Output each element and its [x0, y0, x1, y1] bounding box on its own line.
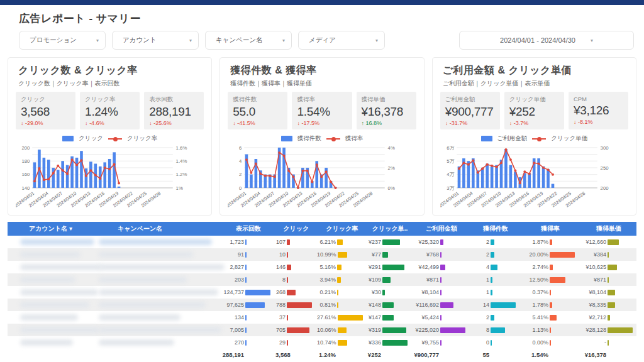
- cell-conversions: 2: [470, 314, 521, 321]
- svg-text:4万: 4万: [447, 172, 454, 178]
- column-header-conversions[interactable]: 獲得件数: [470, 224, 521, 233]
- page-title: 広告レポート - サマリー: [19, 11, 644, 26]
- filter-media[interactable]: メディア ▾: [298, 31, 385, 50]
- table-row: 911010.99%¥77¥768220.00%¥384: [8, 248, 636, 261]
- column-header-clicks[interactable]: クリック: [275, 224, 317, 233]
- filter-promotion[interactable]: プロモーション ▾: [19, 31, 106, 50]
- date-range-picker[interactable]: 2024/04/01 - 2024/04/30 ▾: [459, 31, 634, 50]
- cell-impressions: 1,723: [221, 239, 275, 245]
- data-bar: [440, 252, 441, 258]
- data-bar: [491, 265, 497, 270]
- cell-cpa: ¥871: [580, 277, 638, 283]
- data-bar: [491, 252, 494, 258]
- column-header-account[interactable]: アカウント名 ▾: [8, 224, 92, 233]
- cell-conversions: 1: [470, 277, 521, 283]
- data-bar: [287, 340, 288, 346]
- table-row: 1343727.61%¥147¥5,42425.41%¥2,712: [8, 311, 636, 324]
- conversions-chart[interactable]: 64204%2%0%2024/04/012024/04/042024/04/07…: [228, 144, 416, 220]
- account-name-redacted: [20, 314, 78, 321]
- data-bar: [550, 340, 551, 346]
- arrow-down-icon: ↓: [574, 119, 577, 125]
- data-bar: [491, 277, 492, 283]
- account-name-redacted: [20, 264, 102, 270]
- data-bar: [287, 252, 288, 258]
- account-name-redacted: [20, 339, 73, 346]
- cell-cpc: ¥30: [367, 289, 413, 295]
- filter-promotion-label: プロモーション: [30, 36, 77, 45]
- cell-ctr: 0.81%: [317, 302, 367, 308]
- line-swatch-icon: [532, 136, 546, 141]
- card-clicks: クリック数 & クリック率 クリック数｜クリック率｜表示回数 クリック 3,56…: [8, 57, 212, 216]
- kpi-cvr: 獲得率 1.54% ↓ -17.5%: [292, 92, 352, 129]
- data-bar: [491, 315, 494, 321]
- column-header-impressions[interactable]: 表示回数: [221, 224, 275, 233]
- data-bar: [337, 265, 341, 270]
- cell-ctr: 0.21%: [317, 289, 367, 295]
- campaign-name-redacted: [99, 264, 225, 270]
- cell-conversions: 14: [470, 302, 521, 308]
- cell-clicks: 37: [275, 314, 317, 321]
- data-bar: [287, 239, 290, 245]
- svg-text:6: 6: [239, 145, 242, 151]
- arrow-down-icon: ↓: [149, 120, 152, 126]
- cell-cvr: 5.41%: [521, 314, 580, 321]
- data-bar: [337, 239, 343, 245]
- column-header-cpa[interactable]: 獲得単価: [580, 224, 638, 233]
- chevron-down-icon: ▾: [189, 38, 192, 43]
- cell-clicks: 10: [275, 251, 317, 258]
- svg-text:4: 4: [239, 158, 242, 164]
- data-bar: [382, 239, 400, 245]
- cell-cpa: ¥8,104: [580, 289, 638, 295]
- data-bar: [382, 302, 394, 308]
- data-bar: [245, 327, 247, 333]
- filter-account[interactable]: アカウント ▾: [112, 31, 199, 50]
- kpi-cards-row: クリック数 & クリック率 クリック数｜クリック率｜表示回数 クリック 3,56…: [8, 57, 636, 216]
- column-header-cpc[interactable]: クリック単..: [367, 224, 413, 233]
- campaign-name-redacted: [99, 251, 193, 258]
- svg-text:200: 200: [600, 185, 609, 191]
- data-bar: [550, 302, 552, 308]
- chevron-down-icon: ▾: [591, 38, 593, 43]
- bar-swatch-icon: [481, 136, 492, 141]
- chart-legend: 獲得件数 獲得率: [228, 134, 416, 143]
- data-bar: [382, 290, 385, 295]
- campaign-name-redacted: [99, 289, 218, 295]
- kpi-clicks: クリック 3,568 ↓ -29.0%: [16, 92, 75, 129]
- svg-text:3万: 3万: [447, 185, 454, 191]
- date-range-value: 2024/04/01 - 2024/04/30: [500, 36, 575, 44]
- cell-ctr: 5.16%: [317, 264, 367, 270]
- filter-media-label: メディア: [309, 36, 336, 45]
- account-name-redacted: [20, 327, 99, 333]
- data-bar: [550, 265, 553, 270]
- chevron-down-icon: ▾: [96, 38, 99, 43]
- cell-cpc: ¥237: [367, 239, 413, 245]
- data-bar: [550, 327, 551, 333]
- cell-cpc: ¥147: [367, 314, 413, 321]
- cost-chart[interactable]: 6万5万4万3万3002502002024/04/012024/04/04202…: [440, 144, 628, 220]
- column-header-cvr[interactable]: 獲得率: [521, 224, 580, 233]
- cell-cpc: ¥109: [367, 277, 413, 283]
- cell-cpa: ¥8,335: [580, 302, 638, 308]
- cell-clicks: 705: [275, 327, 317, 333]
- column-header-campaign[interactable]: キャンペーン名: [92, 224, 221, 233]
- cell-ctr: 6.21%: [317, 239, 367, 245]
- data-bar: [491, 340, 492, 346]
- data-bar: [338, 252, 348, 258]
- kpi-cpm: CPM ¥3,126 ↓ -8.1%: [569, 92, 628, 129]
- filter-campaign[interactable]: キャンペーン名 ▾: [205, 31, 292, 50]
- arrow-down-icon: ↓: [509, 120, 513, 126]
- svg-text:180: 180: [21, 158, 30, 164]
- clicks-chart[interactable]: 2001801601401.6%1.4%1.2%1%2024/04/012024…: [16, 144, 204, 220]
- cell-cpc: ¥319: [367, 327, 413, 333]
- cell-cpa: -: [580, 339, 638, 346]
- table-row: 7,00570510.06%¥319¥225,02081.13%¥28,128: [8, 324, 636, 336]
- cell-conversions: 4: [470, 264, 521, 270]
- cell-clicks: 107: [275, 239, 317, 245]
- cell-ctr: 3.94%: [317, 277, 367, 283]
- column-header-ctr[interactable]: クリック率: [317, 224, 367, 233]
- card-cost: ご利用金額 & クリック単価 ご利用金額｜クリック単価｜表示単価 ご利用金額 ¥…: [432, 57, 636, 216]
- data-bar: [245, 302, 265, 308]
- kpi-conversions: 獲得件数 55.0 ↓ -41.5%: [228, 92, 287, 129]
- column-header-cost[interactable]: ご利用金額: [413, 224, 470, 233]
- data-bar: [608, 277, 609, 283]
